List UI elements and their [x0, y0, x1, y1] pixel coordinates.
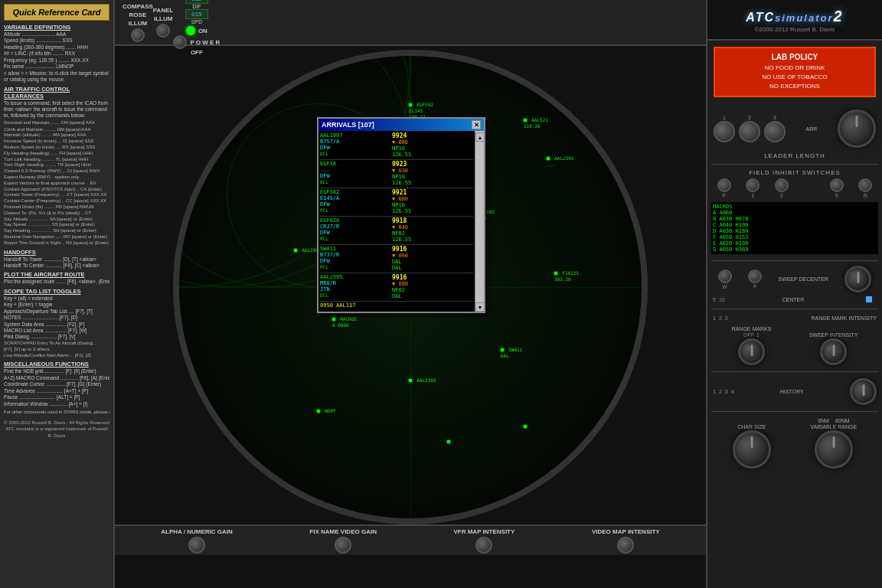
qrc-line: Cleared To: (Fix, Vct (& to P/x (ideal))… — [4, 211, 109, 217]
aircraft-blip[interactable]: AAL2395 — [409, 377, 436, 384]
qrc-line: Pause .......................... [ALT] +… — [4, 394, 109, 400]
aircraft-blip[interactable]: FJA125303.20 — [554, 270, 579, 283]
arrival-type: B757/A — [320, 139, 389, 145]
video-map-label: VIDEO MAP INTENSITY — [592, 528, 660, 535]
radar-center-panel: COMPASS ROSE ILLUM PANEL ILLUM WIND 015 … — [115, 0, 706, 588]
aircraft-blip[interactable]: SWA11DAL — [501, 347, 522, 359]
qrc-title: Quick Reference Card — [4, 4, 109, 21]
aircraft-blip[interactable] — [447, 439, 450, 445]
qrc-line: To issue a command, first select the ICA… — [4, 100, 109, 106]
arrival-row-4[interactable]: EGF626 CRJ7/R DFW PCL 9918 ▼ 040 NF02 12… — [320, 217, 473, 243]
aircraft-blip[interactable]: AAL521119.26 — [524, 117, 548, 129]
arrival-beacon: 9918 — [392, 217, 473, 224]
qrc-line: Expect Vectors to final approach course … — [4, 181, 109, 187]
qrc-line: Fly Heading (heading) ...... FH [space] … — [4, 151, 109, 157]
arr-knob-btn-1[interactable] — [714, 121, 735, 142]
fi-btn-1[interactable] — [746, 178, 760, 192]
wind-pow-label: P O W E R — [190, 39, 220, 46]
arrival-type: ... — [320, 167, 389, 173]
arrival-row-2[interactable]: EGF1A ... DFW DCL 9923 ▼ 030 NP16 126.55 — [320, 161, 473, 186]
variable-range-knob[interactable] — [815, 430, 853, 469]
range-6nm-label: 6NM — [818, 418, 829, 423]
history-knob[interactable] — [850, 378, 877, 405]
sweep-intensity-label: SWEEP INTENSITY — [809, 332, 858, 338]
fi-btn-2[interactable] — [775, 178, 789, 192]
panel-label2: ILLUM — [154, 15, 172, 22]
arrival-row-1[interactable]: AAL1997 B757/A DFW DCL 9924 ▼ 080 NP16 1… — [320, 132, 473, 158]
qrc-line: ## = LINC: (if info btn ........ RXX — [4, 51, 109, 57]
range-marks-knob[interactable] — [738, 338, 765, 365]
f-knob-btn[interactable] — [748, 270, 762, 283]
arrival-row-3[interactable]: EGF502 E145/A DFW PCL 9921 ▼ 080 NP16 12… — [320, 189, 473, 214]
video-map-knob[interactable] — [617, 537, 634, 554]
arrival-spd: ▼ 080 — [392, 139, 473, 145]
arrivals-scroll-up[interactable]: ▲ — [475, 132, 485, 142]
alpha-knob[interactable] — [188, 537, 205, 554]
qrc-line: For other commands used in STARS mode, p… — [4, 410, 109, 416]
vfr-knob[interactable] — [475, 537, 492, 554]
rmi-num-1: 1 — [713, 315, 716, 321]
f-knob: F — [748, 270, 762, 289]
arrival-spd: ▼ 080 — [392, 196, 473, 202]
wind-off-knob[interactable] — [173, 35, 187, 49]
radar-display[interactable]: EGF502EL145130.43 AAL521119.26 SWAT1DAL.… — [173, 50, 648, 524]
arr-knob-btn-3[interactable] — [764, 121, 786, 142]
right-controls-area: 1 2 3 ARR LEADER LENGTH FIELD INHIBIT SW… — [707, 103, 882, 588]
w-knob: W — [718, 270, 732, 289]
sweep-intensity-knob[interactable] — [820, 338, 847, 365]
fix-name-control: FIX NAME VIDEO GAIN — [309, 528, 377, 554]
aircraft-blip[interactable] — [524, 423, 527, 430]
qrc-line: Say Speed .................. SS [space] … — [4, 222, 109, 228]
ver-text: 2 — [834, 8, 844, 24]
fi-btn-n[interactable] — [858, 178, 872, 192]
arrivals-window[interactable]: ARRIVALS [107] ✕ ▲ ▼ AAL1997 B757/A DFW — [317, 117, 485, 313]
macro-line-7: E A020 H100 — [713, 240, 877, 247]
rmi-num-2: 2 — [719, 315, 722, 321]
arrival-row-7[interactable]: 0950 AAL117 — [320, 302, 473, 309]
fi-btn-p[interactable] — [717, 178, 731, 192]
arrival-id: EGF626 — [320, 217, 389, 224]
compass-rose-knob[interactable] — [131, 28, 145, 42]
macro-line-8: G A050 H360 — [713, 247, 877, 253]
arrival-row-6[interactable]: AAL2395 M80/R JTN DCL 9916 ▼ 080 NF02 DA… — [320, 274, 473, 299]
aircraft-blip[interactable]: MACROSA 0960 — [332, 316, 357, 328]
arrival-type: E145/A — [320, 195, 389, 201]
qrc-section-handoffs: HANDOFFS — [4, 249, 109, 256]
arrival-freq: 126.55 — [392, 237, 473, 243]
qrc-line: Frequency (eg: 126.55 ) ........ XXX.XX — [4, 57, 109, 64]
fix-name-knob[interactable] — [335, 537, 351, 554]
qrc-line: Coordinate Cursor .............. [F7], [… — [4, 381, 109, 387]
arrival-row-5[interactable]: SWA11 B737/R DFW PCL 9916 ▼ 060 DAL DAL — [320, 246, 473, 271]
fi-btn-5[interactable] — [830, 178, 844, 192]
arr-knob-btn-2[interactable] — [739, 121, 760, 142]
arrivals-scroll-down[interactable]: ▼ — [475, 302, 485, 312]
arrivals-close-button[interactable]: ✕ — [472, 120, 481, 129]
arrivals-scrollbar[interactable]: ▲ ▼ — [475, 132, 484, 312]
arrival-status: PCL — [320, 207, 389, 213]
arrivals-titlebar[interactable]: ARRIVALS [107] ✕ — [318, 119, 484, 131]
qrc-line: to, followed by the commands below: — [4, 113, 109, 119]
qrc-line: Turn Right Heading ......... TR [space] … — [4, 162, 109, 168]
aircraft-blip[interactable]: NOPF — [317, 408, 336, 414]
qrc-line: Time Advance ................... [A+T] +… — [4, 388, 109, 394]
separator — [711, 371, 878, 372]
qrc-line: A+Z) MACRO Command ............. [F6], [… — [4, 375, 109, 381]
aircraft-blip[interactable]: AAL2395... — [547, 155, 574, 168]
panel-knob[interactable] — [156, 24, 170, 38]
arr-main-knob[interactable] — [838, 109, 876, 148]
fi-knob-2: 2 — [775, 178, 789, 198]
char-size-knob[interactable] — [733, 430, 771, 469]
history-label: HISTORY — [780, 389, 804, 394]
alpha-knob-area — [188, 537, 205, 554]
arrival-dest: DFW — [320, 201, 389, 207]
w-knob-btn[interactable] — [718, 270, 732, 283]
arrival-freq: DAL — [392, 293, 473, 299]
qrc-line: Key + (Enter) = toggle — [4, 302, 109, 308]
lab-policy-text: NO FOOD OR DRINK NO USE OF TOBACCO NO EX… — [720, 64, 870, 91]
arrival-last-row: 0950 AAL117 — [320, 302, 355, 309]
macro-line-2: A A060 — [713, 210, 877, 216]
sweep-decenter-knob[interactable] — [844, 266, 871, 292]
qrc-line: Resume Own Navigation ..... RO [space] o… — [4, 234, 109, 240]
logo-copyright: ©2000-2012 Russell B. Davis — [714, 26, 876, 33]
qrc-line: Climb and Maintain ......... DM [space] … — [4, 127, 109, 133]
